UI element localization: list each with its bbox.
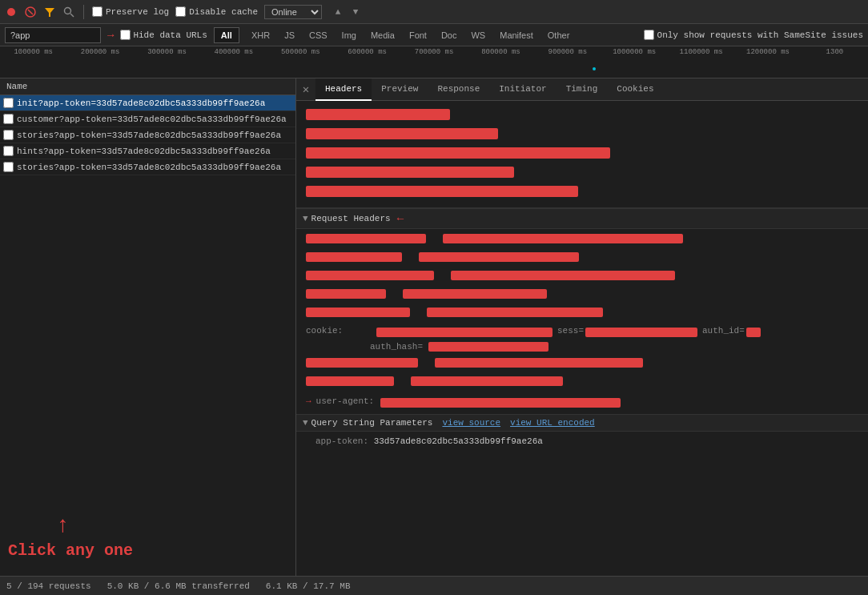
doc-filter-button[interactable]: Doc (436, 29, 463, 42)
timeline-label-1: 100000 ms (0, 48, 66, 56)
js-filter-button[interactable]: JS (279, 29, 300, 42)
request-headers-section-header[interactable]: ▼ Request Headers ← (296, 208, 868, 229)
view-source-link[interactable]: view source (442, 418, 500, 428)
name-column-header: Name (0, 78, 295, 95)
header-row (306, 251, 858, 266)
network-throttle-select[interactable]: Online Fast 3G Slow 3G Offline (264, 5, 322, 19)
svg-marker-3 (45, 8, 54, 17)
close-details-button[interactable]: ✕ (296, 80, 315, 99)
media-filter-button[interactable]: Media (365, 29, 400, 42)
timeline-label-13: 1300 (802, 48, 868, 56)
request-headers-content: cookie: sess= auth_id= auth_hash= (296, 229, 868, 414)
left-panel: Name init?app-token=33d57ade8c02dbc5a333… (0, 78, 296, 576)
general-url-row (306, 107, 858, 122)
tab-timing[interactable]: Timing (557, 78, 608, 101)
header-row (306, 306, 858, 321)
header-row (306, 232, 858, 247)
timeline-label-11: 1100000 ms (668, 48, 734, 56)
tab-cookies[interactable]: Cookies (607, 78, 663, 101)
header-row (306, 269, 858, 284)
svg-line-2 (28, 10, 33, 14)
type-filter-buttons: XHR JS CSS Img Media Font Doc WS Manifes… (246, 29, 575, 42)
qs-collapse-arrow-icon: ▼ (303, 418, 308, 428)
tab-initiator[interactable]: Initiator (489, 78, 556, 101)
right-panel: ✕ Headers Preview Response Initiator Tim… (296, 78, 868, 576)
svg-point-0 (7, 8, 15, 16)
general-remote-row (306, 165, 858, 179)
timeline-label-9: 900000 ms (534, 48, 601, 56)
param-row: app-token: 33d57ade8c02dbc5a333db99ff9ae… (306, 435, 858, 448)
header-row (306, 287, 858, 303)
request-item-name: init?app-token=33d57ade8c02dbc5a333db99f… (17, 98, 265, 108)
timeline-label-4: 400000 ms (200, 48, 267, 56)
user-agent-arrow-icon: → (306, 396, 311, 406)
tab-headers[interactable]: Headers (315, 78, 372, 101)
request-item-name: stories?app-token=33d57ade8c02dbc5a333db… (17, 163, 281, 172)
svg-point-4 (65, 7, 71, 14)
samesite-label: Only show requests with SameSite issues (657, 30, 863, 40)
export-icon[interactable]: ▼ (349, 6, 362, 18)
annotation-arrow: ↑ (56, 513, 287, 538)
timeline-label-5: 500000 ms (267, 48, 334, 56)
timeline-labels: 100000 ms 200000 ms 300000 ms 400000 ms … (0, 48, 868, 56)
headers-content: ▼ Request Headers ← (296, 101, 868, 576)
tab-preview[interactable]: Preview (372, 78, 428, 101)
auth-hash-row: auth_hash= (306, 340, 858, 353)
disable-cache-label: Disable cache (189, 7, 258, 17)
search-icon[interactable] (62, 6, 75, 18)
filter-input[interactable] (5, 27, 101, 43)
annotation-area: ↑ Click any one (0, 497, 295, 576)
collapse-arrow-icon: ▼ (303, 214, 308, 223)
request-item-name: customer?app-token=33d57ade8c02dbc5a333d… (17, 115, 287, 124)
auth-hash-label: auth_hash= (370, 342, 423, 352)
clear-icon[interactable] (24, 6, 37, 18)
divider (83, 5, 84, 19)
css-filter-button[interactable]: CSS (303, 29, 333, 42)
request-item-name: stories?app-token=33d57ade8c02dbc5a333db… (17, 131, 281, 140)
view-url-encoded-link[interactable]: view URL encoded (510, 418, 595, 428)
qs-action-bar: view source view URL encoded (442, 418, 594, 428)
cookie-key-label: cookie: (306, 326, 370, 336)
font-filter-button[interactable]: Font (404, 29, 432, 42)
transfer-size: 5.0 KB / 6.6 MB transferred (107, 581, 250, 591)
filter-bar: → Hide data URLs All XHR JS CSS Img Medi… (0, 24, 868, 46)
samesite-checkbox[interactable]: Only show requests with SameSite issues (644, 30, 863, 40)
param-value: 33d57ade8c02dbc5a333db99ff9ae26a (374, 436, 543, 446)
timeline-label-7: 700000 ms (400, 48, 467, 56)
timeline-label-3: 300000 ms (134, 48, 200, 56)
request-item[interactable]: customer?app-token=33d57ade8c02dbc5a333d… (0, 111, 295, 127)
query-string-section-header[interactable]: ▼ Query String Parameters view source vi… (296, 414, 868, 432)
request-list: init?app-token=33d57ade8c02dbc5a333db99f… (0, 95, 295, 497)
svg-line-5 (70, 14, 74, 17)
ws-filter-button[interactable]: WS (465, 29, 491, 42)
timeline-label-6: 600000 ms (334, 48, 400, 56)
filter-icon[interactable] (43, 6, 56, 18)
all-filter-button[interactable]: All (214, 27, 239, 43)
auth-id-label: auth_id= (702, 326, 745, 336)
timeline-label-10: 1000000 ms (601, 48, 668, 56)
tab-response[interactable]: Response (428, 78, 489, 101)
request-item[interactable]: init?app-token=33d57ade8c02dbc5a333db99f… (0, 95, 295, 111)
request-item[interactable]: hints?app-token=33d57ade8c02dbc5a333db99… (0, 143, 295, 159)
hide-data-urls-checkbox[interactable]: Hide data URLs (120, 30, 207, 40)
request-headers-label: Request Headers (311, 214, 391, 223)
import-icon[interactable]: ▲ (332, 6, 344, 18)
preserve-log-checkbox[interactable]: Preserve log (92, 6, 169, 17)
filter-arrow-annotation: → (107, 29, 114, 42)
general-referrer-row (306, 184, 858, 199)
user-agent-row: → user-agent: (306, 395, 858, 411)
disable-cache-checkbox[interactable]: Disable cache (175, 6, 258, 17)
xhr-filter-button[interactable]: XHR (246, 29, 275, 42)
timeline-cursor (593, 67, 596, 70)
request-item-name: hints?app-token=33d57ade8c02dbc5a333db99… (17, 147, 271, 156)
img-filter-button[interactable]: Img (336, 29, 362, 42)
timeline-label-8: 800000 ms (468, 48, 534, 56)
request-item[interactable]: stories?app-token=33d57ade8c02dbc5a333db… (0, 159, 295, 175)
param-key: app-token: (315, 436, 374, 446)
request-item[interactable]: stories?app-token=33d57ade8c02dbc5a333db… (0, 127, 295, 143)
manifest-filter-button[interactable]: Manifest (494, 29, 539, 42)
header-row (306, 356, 858, 372)
other-filter-button[interactable]: Other (542, 29, 576, 42)
record-icon[interactable] (5, 6, 18, 18)
resource-size: 6.1 KB / 17.7 MB (266, 581, 351, 591)
